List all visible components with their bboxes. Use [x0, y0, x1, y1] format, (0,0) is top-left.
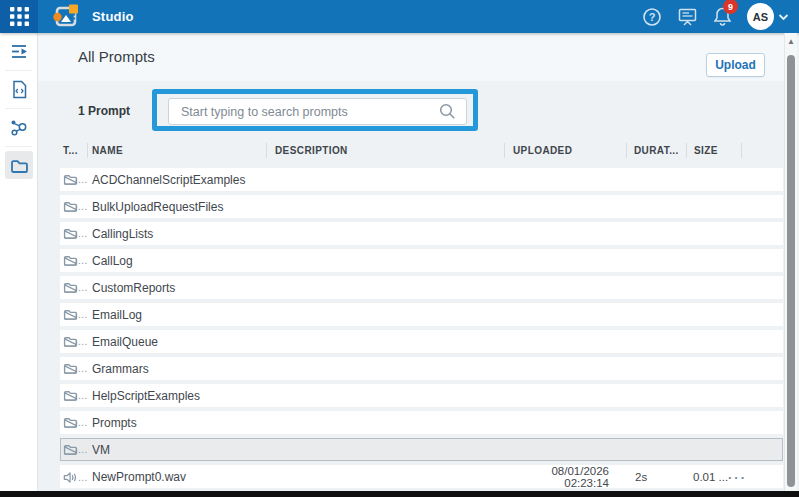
row-type-cell: ...: [60, 173, 88, 186]
row-type-cell: ...: [60, 471, 88, 484]
upload-button[interactable]: Upload: [706, 53, 765, 77]
app-title: Studio: [92, 0, 134, 33]
row-name: CallLog: [88, 254, 267, 268]
table-body: ...ACDChannelScriptExamples...BulkUpload…: [60, 168, 783, 488]
table-header-row: T... NAME DESCRIPTION UPLOADED DURAT... …: [60, 137, 783, 163]
search-box: [168, 98, 467, 125]
sidebar-item-flows[interactable]: [0, 109, 38, 146]
row-type-cell: ...: [60, 362, 88, 375]
type-ellipsis: ...: [78, 363, 88, 374]
table-row[interactable]: ...NewPrompt0.wav08/01/2026 02:23:142s0.…: [60, 465, 783, 488]
studio-logo: [52, 4, 80, 33]
app-launcher-button[interactable]: [0, 0, 38, 33]
annotation-highlight-box: [152, 89, 478, 131]
row-name: Prompts: [88, 416, 267, 430]
row-type-cell: ...: [60, 227, 88, 240]
sidebar-item-script-files[interactable]: [0, 71, 38, 108]
table-row[interactable]: ...CustomReports: [60, 276, 783, 299]
app-launcher-icon: [10, 7, 29, 26]
table-row[interactable]: ...Grammars: [60, 357, 783, 380]
row-name: NewPrompt0.wav: [88, 470, 267, 484]
type-ellipsis: ...: [78, 336, 88, 347]
column-header-type[interactable]: T...: [60, 143, 88, 158]
row-name: VM: [88, 443, 267, 457]
table-row[interactable]: ...HelpScriptExamples: [60, 384, 783, 407]
type-ellipsis: ...: [78, 201, 88, 212]
table-row[interactable]: ...EmailQueue: [60, 330, 783, 353]
presentation-icon[interactable]: [677, 6, 698, 27]
folder-icon: [63, 200, 78, 213]
column-header-size[interactable]: SIZE: [687, 143, 742, 158]
scrollbar[interactable]: ▲: [784, 33, 797, 491]
row-name: CallingLists: [88, 227, 267, 241]
row-type-cell: ...: [60, 335, 88, 348]
table-row[interactable]: ...CallingLists: [60, 222, 783, 245]
script-list-icon: [10, 43, 29, 60]
sidebar-item-scripts[interactable]: [0, 33, 38, 70]
search-icon[interactable]: [439, 103, 456, 120]
type-ellipsis: ...: [78, 282, 88, 293]
table-row[interactable]: ...VM: [60, 438, 783, 461]
row-type-cell: ...: [60, 254, 88, 267]
scrollbar-up-arrow[interactable]: ▲: [785, 37, 797, 46]
type-ellipsis: ...: [78, 472, 88, 483]
row-name: EmailLog: [88, 308, 267, 322]
folder-icon: [63, 308, 78, 321]
type-ellipsis: ...: [78, 390, 88, 401]
type-ellipsis: ...: [78, 417, 88, 428]
table-row[interactable]: ...EmailLog: [60, 303, 783, 326]
folder-icon: [63, 362, 78, 375]
top-bar: Studio ? 9 AS: [0, 0, 799, 33]
row-duration: 2s: [627, 471, 687, 483]
audio-file-icon: [63, 471, 78, 484]
scrollbar-thumb[interactable]: [787, 55, 795, 487]
row-menu-button[interactable]: ···: [728, 470, 747, 485]
row-type-cell: ...: [60, 308, 88, 321]
row-type-cell: ...: [60, 416, 88, 429]
sidebar-item-files[interactable]: [0, 147, 38, 184]
search-input[interactable]: [169, 105, 439, 119]
folder-icon: [63, 389, 78, 402]
column-header-name[interactable]: NAME: [88, 143, 267, 158]
folder-icon: [63, 281, 78, 294]
avatar[interactable]: AS: [747, 3, 774, 30]
chevron-down-icon: [778, 13, 789, 21]
table-row[interactable]: ...BulkUploadRequestFiles: [60, 195, 783, 218]
folder-icon: [63, 443, 78, 456]
sidebar: [0, 33, 38, 491]
table-row[interactable]: ...CallLog: [60, 249, 783, 272]
page-title: All Prompts: [78, 48, 155, 65]
row-name: Grammars: [88, 362, 267, 376]
table-row[interactable]: ...ACDChannelScriptExamples: [60, 168, 783, 191]
type-ellipsis: ...: [78, 228, 88, 239]
row-name: BulkUploadRequestFiles: [88, 200, 267, 214]
folder-icon: [63, 227, 78, 240]
row-name: HelpScriptExamples: [88, 389, 267, 403]
row-name: EmailQueue: [88, 335, 267, 349]
screenshot-bottom-border: [0, 491, 799, 497]
type-ellipsis: ...: [78, 255, 88, 266]
type-ellipsis: ...: [78, 309, 88, 320]
help-icon[interactable]: ?: [642, 7, 662, 27]
row-type-cell: ...: [60, 281, 88, 294]
flow-branch-icon: [10, 119, 28, 137]
user-menu[interactable]: AS: [747, 3, 789, 30]
folder-icon: [63, 254, 78, 267]
column-header-uploaded[interactable]: UPLOADED: [505, 143, 627, 158]
bell-icon[interactable]: 9: [713, 6, 732, 27]
folder-icon: [63, 173, 78, 186]
column-header-actions: [742, 143, 783, 158]
svg-text:?: ?: [649, 11, 656, 23]
row-name: CustomReports: [88, 281, 267, 295]
prompt-count: 1 Prompt: [78, 104, 130, 118]
row-type-cell: ...: [60, 389, 88, 402]
column-header-description[interactable]: DESCRIPTION: [267, 143, 505, 158]
folder-icon: [10, 158, 29, 174]
notification-badge: 9: [723, 0, 738, 14]
row-type-cell: ...: [60, 443, 88, 456]
column-header-duration[interactable]: DURAT...: [627, 143, 687, 158]
type-ellipsis: ...: [78, 174, 88, 185]
folder-icon: [63, 416, 78, 429]
type-ellipsis: ...: [78, 444, 88, 455]
table-row[interactable]: ...Prompts: [60, 411, 783, 434]
